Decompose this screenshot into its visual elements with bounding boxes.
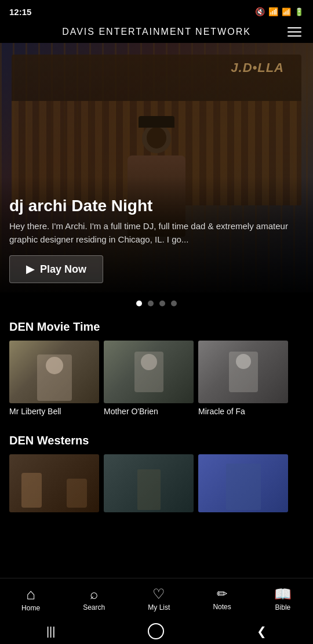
movie-title: Miracle of Fa <box>198 407 288 417</box>
play-now-label: Play Now <box>40 263 86 276</box>
menu-button[interactable] <box>285 25 304 39</box>
list-item[interactable]: Miracle of Fa <box>198 341 288 417</box>
movies-row: Mr Liberty Bell Mother O'Brien Mir <box>0 341 313 417</box>
nav-mylist-button[interactable]: ♡ My List <box>139 585 179 614</box>
mute-icon: 🔇 <box>255 7 265 16</box>
app-title: DAVIS ENTERTAINMENT NETWORK <box>62 27 251 37</box>
wifi-icon: 📶 <box>268 7 278 16</box>
nav-home-button[interactable]: ⌂ Home <box>12 584 49 614</box>
nav-notes-label: Notes <box>213 603 231 611</box>
western-thumbnail-1 <box>9 454 99 512</box>
movie-title: Mother O'Brien <box>104 407 194 417</box>
list-item[interactable] <box>104 454 194 512</box>
nav-search-button[interactable]: ⌕ Search <box>74 585 114 614</box>
westerns-row <box>0 454 313 512</box>
android-recents-button[interactable]: ||| <box>46 625 56 638</box>
movie-thumbnail-miracle <box>198 341 288 403</box>
list-item[interactable] <box>9 454 99 512</box>
carousel-dot-1[interactable] <box>136 301 142 306</box>
movie-thumbnail-obrien <box>104 341 194 403</box>
hero-section: J.D•LLA dj archi Date Night Hey there. I… <box>0 43 313 292</box>
bible-icon: 📖 <box>274 587 292 601</box>
den-movie-time-title: DEN Movie Time <box>0 320 313 341</box>
hero-description: Hey there. I'm Archi. I'm a full time DJ… <box>9 220 304 246</box>
heart-icon: ♡ <box>152 587 165 601</box>
search-icon: ⌕ <box>90 587 98 601</box>
hero-title: dj archi Date Night <box>9 197 304 215</box>
play-icon: ▶ <box>26 263 34 276</box>
signal-icon: 📶 <box>282 8 291 16</box>
nav-search-label: Search <box>83 603 105 612</box>
list-item[interactable] <box>198 454 288 512</box>
notes-icon: ✏ <box>217 588 227 600</box>
carousel-dot-3[interactable] <box>159 301 165 306</box>
den-westerns-title: DEN Westerns <box>0 434 313 454</box>
hero-content: dj archi Date Night Hey there. I'm Archi… <box>0 188 313 292</box>
nav-mylist-label: My List <box>148 603 170 612</box>
movie-title: Mr Liberty Bell <box>9 407 99 417</box>
western-thumbnail-3 <box>198 454 288 512</box>
status-time: 12:15 <box>9 7 31 17</box>
bottom-nav: ⌂ Home ⌕ Search ♡ My List ✏ Notes 📖 Bibl… <box>0 578 313 618</box>
western-thumbnail-2 <box>104 454 194 512</box>
den-movie-time-section: DEN Movie Time Mr Liberty Bell <box>0 314 313 417</box>
list-item[interactable]: Mother O'Brien <box>104 341 194 417</box>
home-icon: ⌂ <box>26 587 35 602</box>
android-home-button[interactable] <box>148 623 164 639</box>
movie-thumbnail-liberty <box>9 341 99 403</box>
list-item[interactable]: Mr Liberty Bell <box>9 341 99 417</box>
nav-bible-label: Bible <box>275 603 291 612</box>
status-bar: 12:15 🔇 📶 📶 🔋 <box>0 0 313 21</box>
hamburger-line-2 <box>287 31 301 32</box>
status-icons: 🔇 📶 📶 🔋 <box>255 7 304 16</box>
header: DAVIS ENTERTAINMENT NETWORK <box>0 21 313 43</box>
den-westerns-section: DEN Westerns <box>0 428 313 512</box>
nav-home-label: Home <box>21 604 40 612</box>
android-nav-bar: ||| ❮ <box>0 618 313 644</box>
carousel-dot-4[interactable] <box>171 301 177 306</box>
carousel-dots <box>0 292 313 314</box>
nav-bible-button[interactable]: 📖 Bible <box>265 585 301 614</box>
carousel-dot-2[interactable] <box>148 301 154 306</box>
hamburger-line-1 <box>287 27 301 28</box>
battery-icon: 🔋 <box>294 8 304 16</box>
android-back-button[interactable]: ❮ <box>257 624 267 638</box>
hamburger-line-3 <box>287 35 301 37</box>
play-now-button[interactable]: ▶ Play Now <box>9 255 103 283</box>
nav-notes-button[interactable]: ✏ Notes <box>203 585 240 613</box>
